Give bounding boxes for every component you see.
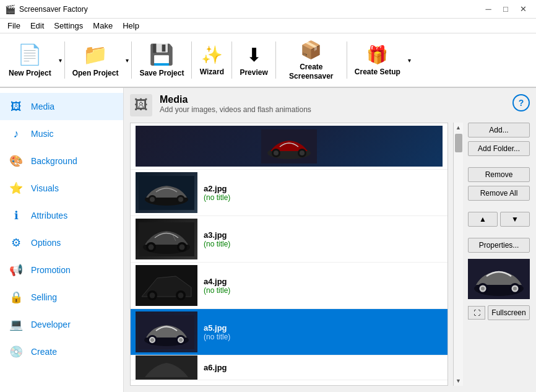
background-icon: 🎨	[9, 154, 24, 168]
app-title: Screensaver Factory	[19, 5, 88, 14]
promotion-icon: 📢	[9, 263, 24, 277]
content-subtitle: Add your images, videos and flash animat…	[160, 105, 311, 114]
menu-settings[interactable]: Settings	[49, 20, 88, 32]
app-icon: 🎬	[5, 4, 15, 14]
sidebar-label-music: Music	[31, 129, 54, 139]
media-scrollbar[interactable]: ▲ ▼	[453, 123, 463, 386]
properties-button[interactable]: Properties...	[468, 238, 530, 253]
media-item-a5[interactable]: a5.jpg (no title)	[131, 309, 447, 355]
svg-point-3	[274, 150, 279, 155]
open-project-arrow[interactable]: ▾	[124, 35, 130, 85]
title-bar: 🎬 Screensaver Factory ─ □ ✕	[0, 0, 536, 19]
media-item-a3[interactable]: a3.jpg (no title)	[131, 216, 447, 263]
sidebar-item-selling[interactable]: 🔒 Selling	[0, 284, 123, 311]
minimize-button[interactable]: ─	[480, 2, 496, 16]
new-project-arrow[interactable]: ▾	[58, 35, 63, 85]
sidebar-label-promotion: Promotion	[31, 265, 71, 275]
media-info-a4: a4.jpg (no title)	[204, 277, 443, 295]
content-header-icon: 🖼	[130, 94, 152, 116]
menu-help[interactable]: Help	[118, 20, 144, 32]
svg-point-17	[179, 244, 185, 250]
selling-icon: 🔒	[9, 290, 24, 305]
wizard-button[interactable]: ✨ Wizard	[193, 35, 230, 85]
media-info-a2: a2.jpg (no title)	[204, 184, 443, 202]
rp-sep-1	[468, 160, 530, 163]
move-up-button[interactable]: ▲	[468, 212, 498, 227]
sidebar-item-attributes[interactable]: ℹ Attributes	[0, 202, 123, 229]
sidebar: 🖼 Media ♪ Music 🎨 Background ⭐ Visuals ℹ…	[0, 88, 124, 392]
sidebar-item-options[interactable]: ⚙ Options	[0, 229, 123, 256]
svg-point-37	[481, 287, 485, 290]
create-setup-button[interactable]: 🎁 Create Setup	[348, 35, 407, 85]
new-project-icon: 📄	[17, 43, 42, 66]
content-area: 🖼 Media Add your images, videos and flas…	[124, 88, 536, 392]
wizard-label: Wizard	[200, 68, 224, 76]
maximize-button[interactable]: □	[498, 2, 514, 16]
fullscreen-button[interactable]: Fullscreen	[488, 305, 530, 320]
sidebar-item-media[interactable]: 🖼 Media	[0, 93, 123, 120]
create-setup-group: 🎁 Create Setup ▾	[348, 35, 412, 85]
media-area: a1.jpg (no title) a2.jpg (no title)	[130, 123, 530, 386]
toolbar: 📄 New Project ▾ 📁 Open Project ▾ 💾 Save …	[0, 33, 536, 88]
media-subtitle-a2: (no title)	[204, 193, 443, 202]
sidebar-item-developer[interactable]: 💻 Developer	[0, 311, 123, 338]
svg-point-40	[513, 287, 517, 290]
media-item-a2[interactable]: a2.jpg (no title)	[131, 170, 447, 216]
create-screensaver-button[interactable]: 📦 Create Screensaver	[277, 35, 345, 85]
right-panel: Add... Add Folder... Remove Remove All ▲…	[468, 123, 530, 386]
fullscreen-icon[interactable]: ⛶	[468, 306, 485, 320]
close-button[interactable]: ✕	[515, 2, 531, 16]
create-icon: 💿	[9, 344, 24, 359]
menu-bar: File Edit Settings Make Help	[0, 19, 536, 33]
toolbar-sep-3	[191, 41, 192, 79]
sidebar-label-selling: Selling	[31, 292, 57, 302]
move-down-button[interactable]: ▼	[500, 212, 530, 227]
add-button[interactable]: Add...	[468, 123, 530, 137]
media-item-a4[interactable]: a4.jpg (no title)	[131, 263, 447, 309]
media-info-a6: a6.jpg	[204, 363, 443, 372]
new-project-label: New Project	[9, 69, 51, 77]
svg-point-31	[179, 338, 183, 342]
media-thumb-a1	[136, 126, 443, 167]
media-subtitle-a3: (no title)	[204, 240, 443, 248]
media-filename-a4: a4.jpg	[204, 277, 443, 286]
preview-icon: ⬇	[246, 44, 262, 66]
media-item-a6[interactable]: a6.jpg	[131, 355, 447, 380]
open-project-group: 📁 Open Project ▾	[66, 35, 131, 85]
save-project-button[interactable]: 💾 Save Project	[133, 35, 190, 85]
remove-button[interactable]: Remove	[468, 167, 530, 182]
svg-point-11	[178, 197, 183, 202]
menu-edit[interactable]: Edit	[25, 20, 49, 32]
fullscreen-area: ⛶ Fullscreen	[468, 305, 530, 320]
sidebar-item-create[interactable]: 💿 Create	[0, 338, 123, 365]
menu-file[interactable]: File	[2, 20, 25, 32]
new-project-button[interactable]: 📄 New Project	[2, 35, 58, 85]
title-controls: ─ □ ✕	[480, 2, 531, 16]
scroll-down-arrow[interactable]: ▼	[454, 376, 464, 386]
media-filename-a5: a5.jpg	[204, 323, 443, 333]
scroll-up-arrow[interactable]: ▲	[454, 123, 464, 133]
main-area: 🖼 Media ♪ Music 🎨 Background ⭐ Visuals ℹ…	[0, 88, 536, 392]
scroll-thumb[interactable]	[455, 134, 462, 152]
rp-arrows: ▲ ▼	[468, 212, 530, 227]
create-setup-icon: 🎁	[366, 45, 388, 65]
open-project-button[interactable]: 📁 Open Project	[66, 35, 125, 85]
media-thumb-a3	[136, 219, 197, 259]
add-folder-button[interactable]: Add Folder...	[468, 141, 530, 156]
media-filename-a3: a3.jpg	[204, 230, 443, 240]
sidebar-item-music[interactable]: ♪ Music	[0, 120, 123, 147]
sidebar-item-visuals[interactable]: ⭐ Visuals	[0, 175, 123, 202]
attributes-icon: ℹ	[9, 208, 24, 223]
preview-label: Preview	[240, 68, 267, 77]
preview-button[interactable]: ⬇ Preview	[233, 35, 274, 85]
sidebar-item-background[interactable]: 🎨 Background	[0, 147, 123, 175]
help-button[interactable]: ?	[512, 94, 530, 111]
create-setup-arrow[interactable]: ▾	[407, 35, 412, 85]
sidebar-item-promotion[interactable]: 📢 Promotion	[0, 256, 123, 284]
media-item-a1[interactable]: a1.jpg (no title)	[131, 123, 447, 170]
preview-thumbnail	[468, 259, 530, 299]
music-icon: ♪	[9, 126, 24, 141]
menu-make[interactable]: Make	[88, 20, 118, 32]
remove-all-button[interactable]: Remove All	[468, 186, 530, 201]
svg-point-21	[150, 292, 155, 298]
